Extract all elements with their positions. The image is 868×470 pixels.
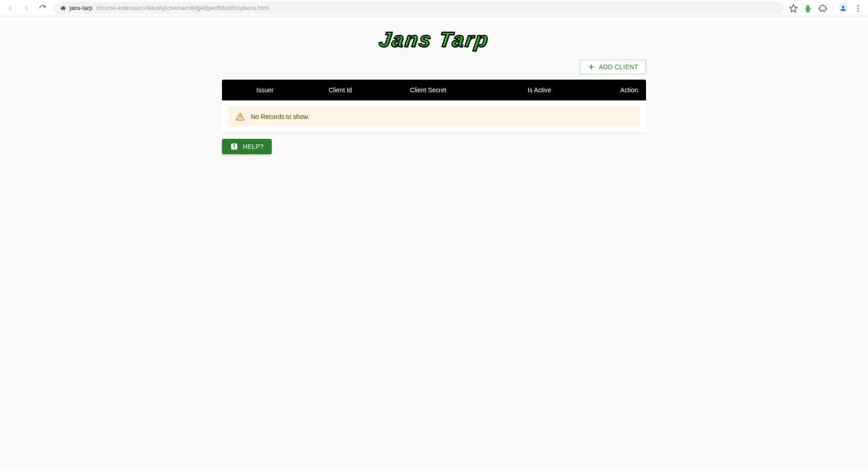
page-url: chrome-extension://lkkoihjbckemaimfkfgei… — [96, 5, 269, 11]
svg-point-2 — [858, 7, 859, 9]
app-extension-icon[interactable] — [803, 4, 812, 13]
toolbar-divider — [832, 4, 833, 12]
reload-button[interactable] — [36, 2, 49, 14]
help-button[interactable]: HELP? — [222, 139, 272, 154]
browser-toolbar: jans-tarp chrome-extension://lkkoihjbcke… — [0, 0, 868, 16]
plus-icon — [587, 63, 595, 71]
table-header-issuer: Issuer — [249, 86, 321, 94]
table-header-row: Issuer Client Id Client Secret Is Active… — [222, 80, 646, 100]
table-header-client-id: Client Id — [321, 86, 403, 94]
address-bar[interactable]: jans-tarp chrome-extension://lkkoihjbcke… — [54, 2, 783, 14]
actions-row: ADD CLIENT — [222, 60, 646, 74]
page-body: Jans Tarp ADD CLIENT Issuer Client Id Cl… — [0, 16, 868, 154]
logo-container: Jans Tarp — [0, 27, 868, 52]
back-button[interactable] — [4, 2, 16, 14]
svg-point-3 — [858, 10, 859, 11]
help-row: HELP? — [222, 139, 646, 154]
profile-avatar[interactable] — [838, 3, 848, 13]
table-header-is-active: Is Active — [520, 86, 597, 94]
app-logo: Jans Tarp — [377, 27, 491, 52]
add-client-button[interactable]: ADD CLIENT — [580, 60, 646, 74]
forward-button[interactable] — [20, 2, 33, 14]
svg-point-4 — [240, 119, 241, 119]
bookmark-icon[interactable] — [789, 4, 798, 13]
empty-state: No Records to show. — [228, 107, 640, 127]
add-client-label: ADD CLIENT — [599, 63, 638, 71]
toolbar-right — [789, 3, 864, 13]
svg-point-1 — [858, 5, 859, 6]
extension-icon — [60, 5, 66, 11]
page-title: jans-tarp — [70, 5, 93, 11]
help-label: HELP? — [243, 143, 264, 150]
clients-table: Issuer Client Id Client Secret Is Active… — [222, 80, 646, 133]
table-header-action: Action — [597, 86, 646, 94]
warning-icon — [236, 112, 245, 121]
svg-point-0 — [842, 5, 844, 8]
help-icon — [230, 142, 238, 151]
svg-point-6 — [234, 148, 235, 149]
main-content: ADD CLIENT Issuer Client Id Client Secre… — [222, 60, 646, 154]
browser-menu-icon[interactable] — [854, 4, 863, 13]
empty-message: No Records to show. — [251, 113, 309, 120]
table-header-client-secret: Client Secret — [403, 86, 520, 94]
extensions-icon[interactable] — [818, 4, 827, 13]
